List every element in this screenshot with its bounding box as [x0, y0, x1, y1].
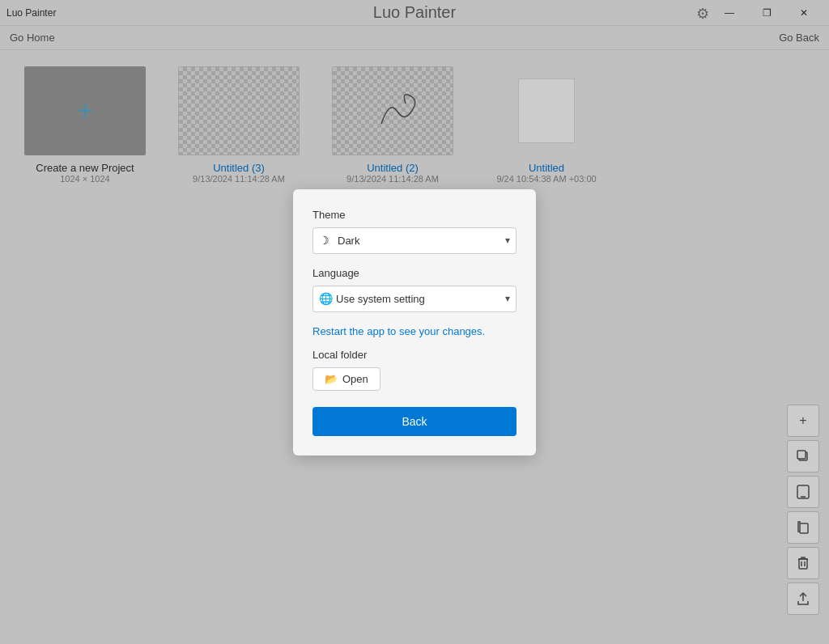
local-folder-label: Local folder [312, 349, 517, 361]
restart-notice: Restart the app to see your changes. [312, 325, 517, 337]
theme-select-row: ☽ Dark Light System ▾ [312, 227, 517, 254]
language-select-row: 🌐 Use system setting English Chinese Jap… [312, 286, 517, 312]
open-button-label: Open [342, 373, 368, 385]
language-label: Language [312, 267, 517, 279]
back-button[interactable]: Back [312, 407, 517, 436]
language-select[interactable]: Use system setting English Chinese Japan… [312, 286, 517, 312]
folder-open-icon: 📂 [325, 373, 338, 385]
open-folder-button[interactable]: 📂 Open [312, 367, 380, 391]
theme-select[interactable]: Dark Light System [312, 227, 517, 254]
modal-overlay: Theme ☽ Dark Light System ▾ Language 🌐 U… [0, 0, 829, 644]
theme-label: Theme [312, 209, 517, 221]
settings-modal: Theme ☽ Dark Light System ▾ Language 🌐 U… [293, 189, 536, 455]
